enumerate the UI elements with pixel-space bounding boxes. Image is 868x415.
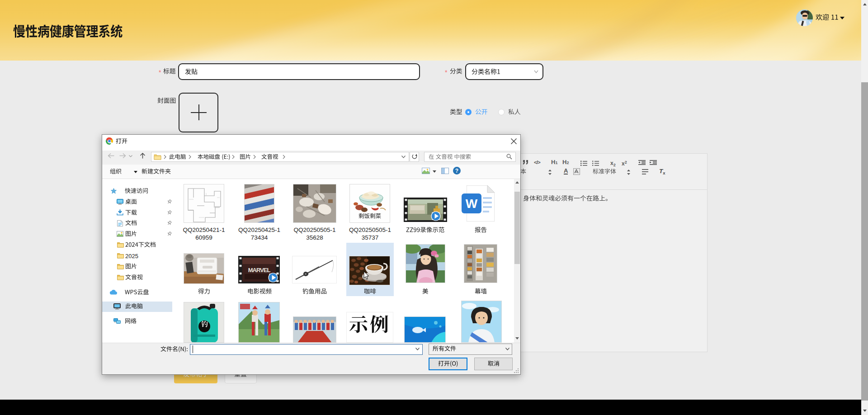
svg-text:MARVEL: MARVEL [248, 267, 271, 274]
svg-text:W: W [466, 197, 478, 211]
svg-text:?: ? [455, 168, 458, 174]
